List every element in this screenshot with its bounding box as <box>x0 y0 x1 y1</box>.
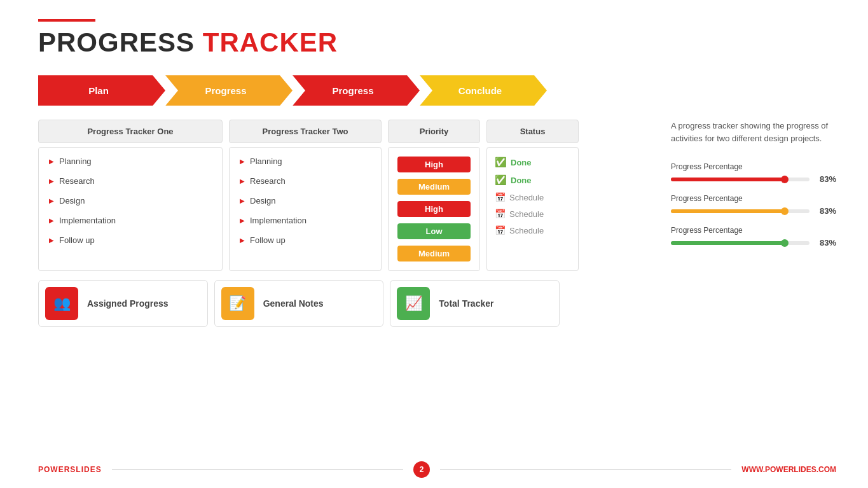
status-item: ✅ Done <box>495 174 570 186</box>
progress-pct-3: 83% <box>815 238 836 247</box>
title-red: TRACKER <box>203 27 338 57</box>
list-item: ▶ Research <box>240 176 371 186</box>
status-label: Schedule <box>509 209 544 219</box>
list-item: ▶ Design <box>49 196 212 206</box>
table-section: Progress Tracker One Progress Tracker Tw… <box>38 120 652 327</box>
check-icon: ✅ <box>495 157 507 168</box>
arrow-icon: ▶ <box>240 158 245 165</box>
header-accent-line <box>38 19 95 22</box>
item-label: Planning <box>250 157 282 166</box>
arrow-icon: ▶ <box>240 197 245 204</box>
title-black: PROGRESS <box>38 27 203 57</box>
status-item: ✅ Done <box>495 157 570 168</box>
progress-row-2: 83% <box>671 206 836 216</box>
status-label: Done <box>511 176 532 185</box>
item-label: Design <box>59 196 85 206</box>
status-item: 📅 Schedule <box>495 192 570 202</box>
page-title: PROGRESS TRACKER <box>38 28 836 57</box>
bottom-cards: 👥 Assigned Progress 📝 General Notes 📈 To… <box>38 280 560 327</box>
list-item: ▶ Implementation <box>49 216 212 225</box>
item-label: Follow up <box>59 235 95 245</box>
progress-bar-fill-1 <box>671 178 786 181</box>
priority-badge: High <box>397 201 471 217</box>
arrow-icon: ▶ <box>49 217 54 224</box>
progress-pct-1: 83% <box>815 174 836 184</box>
progress-bar-bg-3 <box>671 241 809 245</box>
col-rows: ▶ Planning ▶ Research ▶ Design ▶ Impleme… <box>38 147 652 271</box>
col-header-status: Status <box>486 120 579 143</box>
priority-badge: Low <box>397 223 471 239</box>
status-item: 📅 Schedule <box>495 209 570 219</box>
progress-bar-bg-2 <box>671 209 809 213</box>
brand-black: POWER <box>38 465 70 474</box>
steps-row: Plan Progress Progress Conclude <box>38 75 836 106</box>
footer-url: WWW.POWERLIDES.COM <box>741 465 836 474</box>
item-label: Design <box>250 196 275 206</box>
progress-label-3: Progress Percentage <box>671 226 836 235</box>
total-tracker-icon: 📈 <box>397 287 430 320</box>
footer-brand: POWERSLIDES <box>38 465 102 474</box>
list-item: ▶ Planning <box>49 157 212 166</box>
icon-glyph: 📈 <box>405 295 422 312</box>
progress-row-1: 83% <box>671 174 836 184</box>
progress-group-1: Progress Percentage 83% <box>671 162 836 184</box>
step-conclude: Conclude <box>420 75 547 106</box>
list-item: ▶ Implementation <box>240 216 371 225</box>
step-progress-1: Progress <box>165 75 293 106</box>
priority-badge: Medium <box>397 179 471 195</box>
calendar-icon: 📅 <box>495 192 506 202</box>
item-label: Planning <box>59 157 92 166</box>
arrow-icon: ▶ <box>49 197 54 204</box>
list-item: ▶ Follow up <box>240 235 371 245</box>
arrow-icon: ▶ <box>240 237 245 244</box>
item-label: Research <box>250 176 286 186</box>
icon-glyph: 📝 <box>229 295 246 312</box>
arrow-icon: ▶ <box>49 178 54 185</box>
status-label: Schedule <box>509 226 544 235</box>
main-content: Progress Tracker One Progress Tracker Tw… <box>38 120 836 327</box>
arrow-icon: ▶ <box>49 158 54 165</box>
status-box: ✅ Done ✅ Done 📅 Schedule 📅 Schedule <box>486 147 579 271</box>
calendar-icon: 📅 <box>495 225 506 235</box>
list-item: ▶ Design <box>240 196 371 206</box>
general-notes-icon: 📝 <box>221 287 254 320</box>
description-text: A progress tracker showing the progress … <box>671 120 836 144</box>
progress-label-2: Progress Percentage <box>671 194 836 203</box>
card-label: General Notes <box>263 298 324 309</box>
col-header-priority: Priority <box>388 120 480 143</box>
arrow-icon: ▶ <box>240 217 245 224</box>
progress-group-3: Progress Percentage 83% <box>671 226 836 247</box>
item-label: Implementation <box>59 216 116 225</box>
bottom-card-tracker: 📈 Total Tracker <box>390 280 560 327</box>
progress-pct-2: 83% <box>815 206 836 216</box>
progress-bar-bg-1 <box>671 178 809 181</box>
status-label: Done <box>511 158 532 167</box>
calendar-icon: 📅 <box>495 209 506 219</box>
brand-red: SLIDES <box>70 465 101 474</box>
icon-glyph: 👥 <box>53 295 71 312</box>
step-progress-2: Progress <box>293 75 420 106</box>
progress-row-3: 83% <box>671 238 836 247</box>
status-label: Schedule <box>509 193 544 202</box>
bottom-card-assigned: 👥 Assigned Progress <box>38 280 208 327</box>
tracker-one-box: ▶ Planning ▶ Research ▶ Design ▶ Impleme… <box>38 147 223 271</box>
card-label: Assigned Progress <box>87 298 169 309</box>
arrow-icon: ▶ <box>49 237 54 244</box>
check-icon: ✅ <box>495 174 507 186</box>
arrow-icon: ▶ <box>240 178 245 185</box>
footer-page-number: 2 <box>413 461 430 478</box>
status-item: 📅 Schedule <box>495 225 570 235</box>
tracker-two-box: ▶ Planning ▶ Research ▶ Design ▶ Impleme… <box>229 147 382 271</box>
priority-badge: High <box>397 157 471 172</box>
col-header-tracker-one: Progress Tracker One <box>38 120 223 143</box>
footer-line-left <box>112 470 403 470</box>
col-headers: Progress Tracker One Progress Tracker Tw… <box>38 120 652 143</box>
list-item: ▶ Research <box>49 176 212 186</box>
bottom-card-notes: 📝 General Notes <box>214 280 384 327</box>
card-label: Total Tracker <box>439 298 493 309</box>
priority-badge: Medium <box>397 246 471 261</box>
list-item: ▶ Follow up <box>49 235 212 245</box>
item-label: Implementation <box>250 216 307 225</box>
progress-group-2: Progress Percentage 83% <box>671 194 836 216</box>
col-header-tracker-two: Progress Tracker Two <box>229 120 382 143</box>
